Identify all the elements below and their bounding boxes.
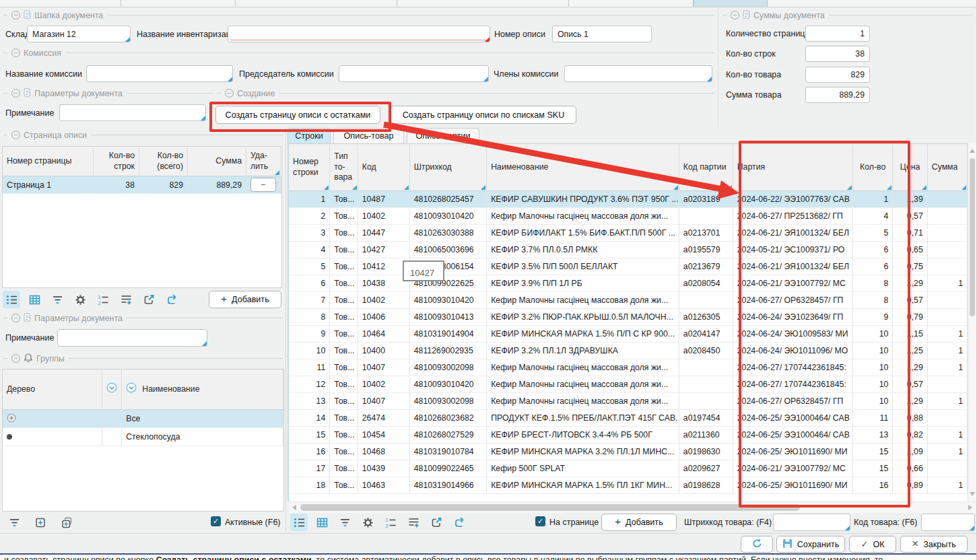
vertical-scroll-thumb[interactable] <box>970 158 975 316</box>
main-col-code[interactable]: Код <box>358 144 410 191</box>
close-button[interactable]: Закрыть <box>900 536 968 553</box>
scroll-left-icon[interactable] <box>292 505 296 510</box>
top-tab-stub-active[interactable] <box>694 0 768 7</box>
chevron-down-circle-icon[interactable] <box>126 382 137 396</box>
table-row[interactable]: 9Тов...104644810319014904КЕФИР МИНСКАЯ М… <box>289 326 968 343</box>
table-row[interactable]: 15Тов...104544810268027529КЕФИР БРЕСТ-ЛИ… <box>289 427 968 444</box>
table-row[interactable]: 3Тов...104474810263030388КЕФИР БИФИЛАКТ … <box>289 225 968 242</box>
table-grid-icon[interactable] <box>313 514 331 531</box>
inventory-name-input[interactable] <box>228 26 490 42</box>
sums-row-value[interactable]: 38 <box>805 46 870 62</box>
main-col-barcode[interactable]: Штрихкод <box>410 144 487 191</box>
settings-icon[interactable] <box>359 514 376 531</box>
table-row[interactable]: 18Тов...104634810319014966КЕФИР МИНСКАЯ … <box>289 477 968 494</box>
tab-3[interactable]: Опись-партии <box>407 128 479 143</box>
main-col-name[interactable]: Наименование <box>487 144 679 191</box>
table-row[interactable]: 17Тов...104394810099022465Кефир 500Г SPL… <box>289 460 968 477</box>
commission-members-input[interactable] <box>564 65 712 82</box>
horizontal-scrollbar[interactable] <box>289 501 976 513</box>
create-page-remains-button[interactable]: Создать страницу описи с остатками <box>215 106 380 124</box>
list-add-icon[interactable] <box>405 514 422 531</box>
list-view-icon[interactable] <box>290 514 308 531</box>
main-col-type[interactable]: Тип то-вара <box>330 144 358 191</box>
groups-col-dropdown[interactable] <box>102 370 122 410</box>
chevron-down-circle-icon[interactable] <box>106 382 117 396</box>
warehouse-input[interactable]: Магазин 12 <box>27 26 131 42</box>
collapse-icon[interactable]: − <box>11 48 20 57</box>
table-row[interactable]: Стеклопосуда <box>3 428 283 446</box>
filter-icon[interactable] <box>5 514 23 531</box>
on-page-checkbox[interactable] <box>535 516 545 526</box>
ok-button[interactable]: ОК <box>849 536 896 553</box>
collapse-icon[interactable]: − <box>11 314 20 322</box>
commission-chair-input[interactable] <box>339 65 489 82</box>
groups-col-name[interactable]: Наименование <box>122 370 283 410</box>
top-tab-stub[interactable] <box>0 0 768 7</box>
filter-icon[interactable] <box>336 514 353 531</box>
commission-name-input[interactable] <box>86 65 233 82</box>
pages-col-header[interactable]: Кол-во строк <box>94 147 139 176</box>
table-row[interactable]: 14Тов...264744810268023682ПРОДУКТ КЕФ.1.… <box>289 410 968 427</box>
table-row[interactable]: Все <box>3 410 283 428</box>
table-row[interactable]: 2Тов...104024810093010420Кефир Малочны г… <box>289 208 968 225</box>
filter-icon[interactable] <box>48 291 66 308</box>
note-input[interactable] <box>59 104 206 121</box>
horizontal-scroll-thumb[interactable] <box>300 504 800 511</box>
note2-input[interactable] <box>57 329 207 347</box>
settings-icon[interactable] <box>71 291 89 308</box>
table-row[interactable]: Страница 138829889,29− <box>3 176 281 194</box>
collapse-icon[interactable]: − <box>11 89 20 98</box>
reload-icon[interactable] <box>450 514 468 531</box>
numbered-list-icon[interactable]: 12 <box>382 514 399 531</box>
table-row[interactable]: 1Тов...104874810268025457КЕФИР САВУШКИН … <box>289 191 968 208</box>
main-col-batch[interactable]: Партия <box>733 144 853 191</box>
pages-col-header[interactable]: Сумма <box>188 147 246 176</box>
table-row[interactable]: 10Тов...104004811269002935КЕФИР 3.2% ПЛ.… <box>289 343 968 359</box>
pages-col-header[interactable]: Номер страницы <box>3 147 94 176</box>
refresh-button[interactable] <box>741 536 773 553</box>
top-tab-strip[interactable] <box>0 0 977 7</box>
main-col-batch-code[interactable]: Код партии <box>679 144 733 191</box>
list-number-input[interactable]: Опись 1 <box>552 26 652 42</box>
table-row[interactable]: 8Тов...104064810093010413КЕФИР 3.2% ПЮР-… <box>289 309 968 326</box>
reload-icon[interactable] <box>163 291 180 308</box>
table-row[interactable]: 16Тов...104684810319010784КЕФИР МИНСКАЯ … <box>289 444 968 460</box>
scroll-down-icon[interactable] <box>970 492 975 496</box>
tab-1[interactable]: Строки <box>288 128 331 143</box>
list-add-icon[interactable] <box>117 291 135 308</box>
main-col-price[interactable]: Цена <box>893 144 927 191</box>
groups-col-tree[interactable]: Дерево <box>3 370 102 410</box>
main-col-sum[interactable]: Сумма <box>928 144 968 191</box>
table-grid-icon[interactable] <box>26 291 43 308</box>
collapse-icon[interactable]: − <box>225 89 234 98</box>
pages-col-header[interactable]: Кол-во (всего) <box>139 147 188 176</box>
scroll-right-icon[interactable] <box>968 505 972 510</box>
table-row[interactable]: 11Тов...104074810093002098Кефир Малочны … <box>289 359 968 376</box>
active-f6-checkbox[interactable] <box>211 516 221 526</box>
table-row[interactable]: 6Тов...104384810099022625КЕФИР 3.9% П/П … <box>289 275 968 292</box>
collapse-icon[interactable]: − <box>11 11 20 20</box>
scroll-up-icon[interactable] <box>970 149 975 153</box>
delete-page-button[interactable]: − <box>250 178 276 192</box>
collapse-icon[interactable]: − <box>11 354 20 363</box>
boxes-add-icon[interactable] <box>58 514 75 531</box>
expand-icon[interactable] <box>7 413 16 425</box>
save-button[interactable]: Сохранить <box>776 536 845 553</box>
numbered-list-icon[interactable]: 12 <box>94 291 112 308</box>
code-f6-input[interactable] <box>921 514 975 531</box>
collapse-icon[interactable]: − <box>731 11 739 20</box>
list-view-icon[interactable] <box>3 291 20 308</box>
main-add-button[interactable]: Добавить <box>601 514 677 531</box>
table-row[interactable]: 13Тов...104074810093002098Кефир Малочны … <box>289 393 968 410</box>
sums-row-value[interactable]: 1 <box>805 26 870 42</box>
pages-col-header[interactable]: Уда-лить <box>246 147 281 176</box>
main-col-qty[interactable]: Кол-во <box>853 144 893 191</box>
table-row[interactable]: 4Тов...104274810065003696КЕФИР 3.7% ПЛ.0… <box>289 242 968 258</box>
sums-row-value[interactable]: 889,29 <box>805 87 870 103</box>
barcode-f4-input[interactable] <box>773 514 850 531</box>
main-col-line-no[interactable]: Номер строки <box>289 144 330 191</box>
box-add-icon[interactable] <box>32 514 49 531</box>
create-page-sku-button[interactable]: Создать страницу описи по спискам SKU <box>391 106 576 124</box>
open-external-icon[interactable] <box>428 514 445 531</box>
table-row[interactable]: 7Тов...104024810093010420Кефир Малочны г… <box>289 292 968 309</box>
